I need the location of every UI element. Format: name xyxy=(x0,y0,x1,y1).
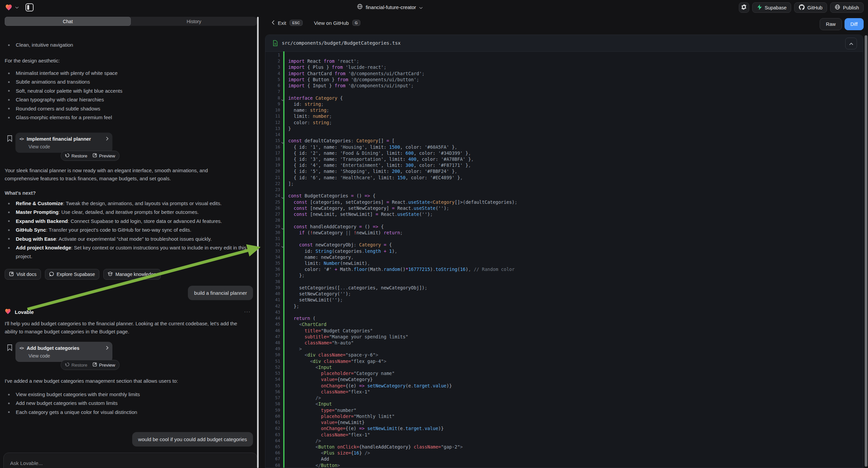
github-button[interactable]: GitHub xyxy=(794,2,827,13)
chat-bubble-icon xyxy=(49,272,54,277)
fold-chevron-icon[interactable] xyxy=(281,195,284,200)
code-line: 61 value={newLimit} xyxy=(266,419,863,426)
line-number: 3 xyxy=(266,64,280,70)
publish-button[interactable]: Publish xyxy=(830,2,864,13)
list-item: Minimalist interface with plenty of whit… xyxy=(5,69,122,78)
exit-button[interactable]: Exit xyxy=(278,20,286,26)
line-number: 25 xyxy=(266,199,280,205)
restore-button[interactable]: Restore xyxy=(65,153,87,158)
code-line: 53 placeholder="Category name" xyxy=(266,370,863,376)
line-number: 30 xyxy=(266,230,280,236)
fold-chevron-icon[interactable] xyxy=(281,97,284,103)
panel-divider[interactable] xyxy=(257,17,259,468)
esc-keycap: ESC xyxy=(289,20,303,26)
line-number: 61 xyxy=(266,419,280,426)
code-line: 17 { id: '2', name: 'Food & Dining', lim… xyxy=(266,150,863,156)
view-code-link[interactable]: View code xyxy=(29,144,108,149)
code-line: 42 }; xyxy=(266,303,863,309)
manage-knowledge-button[interactable]: Manage knowledge xyxy=(103,269,160,280)
line-number: 57 xyxy=(266,395,280,401)
list-item: Each category gets a unique color for vi… xyxy=(5,408,140,417)
code-line: 51 <div className="flex gap-4"> xyxy=(266,358,863,364)
list-item: Master Prompting: Use clear, detailed, a… xyxy=(5,208,250,216)
diff-toggle-button[interactable]: Diff xyxy=(844,18,864,30)
line-number: 46 xyxy=(266,328,280,334)
fold-chevron-icon[interactable] xyxy=(281,243,284,250)
line-number: 11 xyxy=(266,113,280,119)
explore-supabase-button[interactable]: Explore Supabase xyxy=(45,269,99,280)
code-line: 65 <Button onClick={handleAddCategory} c… xyxy=(266,444,863,450)
code-line: 1 xyxy=(266,52,863,58)
code-line: 57 /> xyxy=(266,395,863,401)
assistant-name: Lovable xyxy=(15,309,34,315)
bookmark-icon[interactable] xyxy=(7,344,12,352)
collapse-file-button[interactable] xyxy=(845,38,857,49)
fold-chevron-icon[interactable] xyxy=(281,139,284,145)
raw-toggle-button[interactable]: Raw xyxy=(820,18,841,30)
composer-input[interactable]: Ask Lovable... xyxy=(10,460,42,466)
bookmark-icon[interactable] xyxy=(7,135,12,143)
code-line: 27 const [newLimit, setNewLimit] = React… xyxy=(266,211,863,217)
help-paragraph: I'll help you add budget categories to t… xyxy=(5,320,250,335)
tool-card-add-budget-categories[interactable]: <> Add budget categories View code xyxy=(16,342,113,362)
external-link-icon xyxy=(9,272,14,277)
code-line: 22]; xyxy=(266,181,863,187)
line-number: 63 xyxy=(266,432,280,438)
code-line: 43 xyxy=(266,309,863,315)
preview-button[interactable]: Preview xyxy=(93,153,115,158)
chat-history-tabs: Chat History xyxy=(5,17,257,26)
code-line: 3import { Plus } from 'lucide-react'; xyxy=(266,64,863,70)
tab-chat[interactable]: Chat xyxy=(5,17,131,26)
fold-chevron-icon[interactable] xyxy=(281,225,284,231)
file-path-bar[interactable]: src/components/budget/BudgetCategories.t… xyxy=(266,35,863,52)
chevron-left-icon xyxy=(272,20,275,26)
preview-button[interactable]: Preview xyxy=(93,362,115,368)
lovable-heart-icon[interactable] xyxy=(5,3,13,11)
ready-paragraph: Your sleek financial planner is now read… xyxy=(5,167,242,182)
composer[interactable]: Ask Lovable... Attach Edit xyxy=(3,452,257,468)
list-item: GitHub Sync: Transfer your project's cod… xyxy=(5,226,250,234)
list-item: Expand with Backend: Connect Supabase to… xyxy=(5,217,250,226)
code-scrollbar[interactable] xyxy=(865,35,867,467)
design-bullet-list: Minimalist interface with plenty of whit… xyxy=(5,69,122,122)
supabase-bolt-icon xyxy=(757,4,762,11)
line-number: 39 xyxy=(266,285,280,291)
restore-icon xyxy=(65,153,69,158)
tool-card-implement-financial-planner[interactable]: <> Implement financial planner View code xyxy=(16,133,113,153)
added-bullet-list: View existing budget categories with the… xyxy=(5,390,140,417)
line-number: 22 xyxy=(266,181,280,187)
line-number: 35 xyxy=(266,260,280,266)
code-line: 2import React from 'react'; xyxy=(266,58,863,64)
ellipsis-icon[interactable]: ··· xyxy=(244,309,251,314)
code-line: 64 /> xyxy=(266,438,863,444)
tab-history[interactable]: History xyxy=(131,17,257,26)
tool-card-title: Add budget categories xyxy=(27,346,79,351)
code-line: 39 setCategories([...categories, newCate… xyxy=(266,285,863,291)
restore-button[interactable]: Restore xyxy=(65,362,87,368)
design-heading: For the design aesthetic: xyxy=(5,57,60,65)
code-editor[interactable]: 12import React from 'react';3import { Pl… xyxy=(266,51,863,468)
visit-docs-button[interactable]: Visit docs xyxy=(5,269,41,280)
line-number: 2 xyxy=(266,58,280,64)
code-line: 52 <Input xyxy=(266,364,863,370)
chevron-down-icon[interactable] xyxy=(15,6,19,9)
code-line: 28 xyxy=(266,217,863,223)
supabase-button[interactable]: Supabase xyxy=(752,2,791,13)
code-line: 49 > xyxy=(266,346,863,352)
line-number: 6 xyxy=(266,83,280,89)
view-on-github-button[interactable]: View on GitHub xyxy=(314,20,349,26)
view-code-link[interactable]: View code xyxy=(29,353,108,358)
line-number: 56 xyxy=(266,389,280,395)
list-item: Soft, neutral color palette with light b… xyxy=(5,87,122,95)
line-number: 16 xyxy=(266,144,280,150)
line-number: 7 xyxy=(266,89,280,95)
added-paragraph: I've added a new budget categories manag… xyxy=(5,377,250,385)
panel-toggle-icon[interactable] xyxy=(25,3,34,12)
list-item: Subtle animations and transitions xyxy=(5,78,122,86)
code-line: 44 return ( xyxy=(266,315,863,321)
project-switcher[interactable]: financial-future-creator xyxy=(357,4,423,10)
code-lines: 12import React from 'react';3import { Pl… xyxy=(266,52,863,468)
tool-card-title: Implement financial planner xyxy=(27,136,91,142)
settings-button[interactable] xyxy=(739,2,749,13)
code-line: 7 xyxy=(266,89,863,95)
